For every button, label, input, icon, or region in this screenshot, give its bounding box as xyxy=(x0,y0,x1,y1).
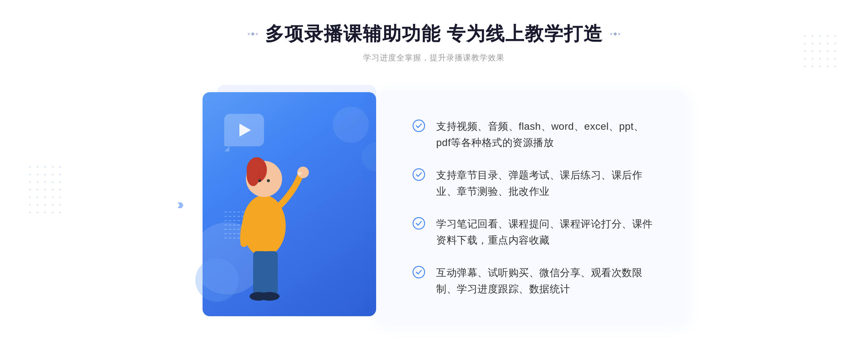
illustration-area: ›› xyxy=(181,85,391,331)
header-section: 多项录播课辅助功能 专为线上教学打造 学习进度全掌握，提升录播课教学效果 xyxy=(248,21,620,63)
svg-point-12 xyxy=(413,120,425,132)
check-icon-3 xyxy=(412,217,425,230)
svg-point-14 xyxy=(413,218,425,229)
svg-point-3 xyxy=(247,164,260,186)
feature-text-2: 支持章节目录、弹题考试、课后练习、课后作业、章节测验、批改作业 xyxy=(436,167,658,200)
svg-point-11 xyxy=(297,172,302,175)
feature-text-4: 互动弹幕、试听购买、微信分享、观看次数限制、学习进度跟踪、数据统计 xyxy=(436,265,658,297)
svg-rect-8 xyxy=(263,251,278,295)
features-area: 支持视频、音频、flash、word、excel、ppt、pdf等各种格式的资源… xyxy=(376,92,687,323)
feature-item-1: 支持视频、音频、flash、word、excel、ppt、pdf等各种格式的资源… xyxy=(412,119,658,151)
svg-point-10 xyxy=(259,292,280,301)
feature-item-4: 互动弹幕、试听购买、微信分享、观看次数限制、学习进度跟踪、数据统计 xyxy=(412,265,658,297)
main-title: 多项录播课辅助功能 专为线上教学打造 xyxy=(265,21,603,47)
title-dots-right xyxy=(610,33,620,35)
bg-dots-left xyxy=(29,166,64,216)
svg-point-4 xyxy=(258,179,261,182)
check-icon-2 xyxy=(412,168,425,181)
feature-text-1: 支持视频、音频、flash、word、excel、ppt、pdf等各种格式的资源… xyxy=(436,119,658,151)
page-container: 多项录播课辅助功能 专为线上教学打造 学习进度全掌握，提升录播课教学效果 xyxy=(0,0,868,352)
check-icon-4 xyxy=(412,266,425,279)
chevrons-decoration: ›› xyxy=(177,196,180,213)
check-icon-1 xyxy=(412,119,425,132)
header-title-row: 多项录播课辅助功能 专为线上教学打造 xyxy=(248,21,620,47)
svg-point-5 xyxy=(267,179,270,182)
person-figure xyxy=(210,128,318,331)
feature-item-3: 学习笔记回看、课程提问、课程评论打分、课件资料下载，重点内容收藏 xyxy=(412,216,658,249)
svg-point-13 xyxy=(413,169,425,180)
feature-text-3: 学习笔记回看、课程提问、课程评论打分、课件资料下载，重点内容收藏 xyxy=(436,216,658,249)
title-dots-left xyxy=(248,33,258,35)
feature-item-2: 支持章节目录、弹题考试、课后练习、课后作业、章节测验、批改作业 xyxy=(412,167,658,200)
subtitle: 学习进度全掌握，提升录播课教学效果 xyxy=(248,52,620,63)
svg-point-15 xyxy=(413,266,425,278)
content-section: ›› xyxy=(181,85,687,331)
bg-dots-right xyxy=(804,35,839,70)
